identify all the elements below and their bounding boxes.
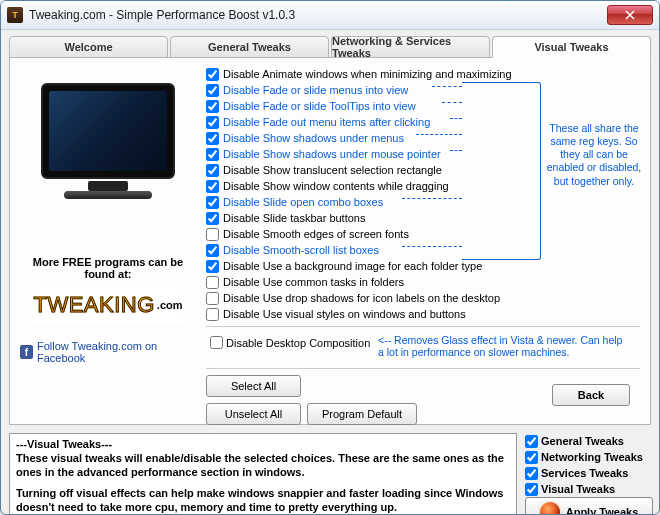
group-note: These all share the same reg keys. So th… <box>546 122 642 188</box>
tweak-label: Disable Use drop shadows for icon labels… <box>223 290 500 306</box>
apply-icon <box>540 502 560 515</box>
app-window: T Tweaking.com - Simple Performance Boos… <box>0 0 660 515</box>
description-box[interactable]: ---Visual Tweaks--- These visual tweaks … <box>9 433 517 515</box>
apply-services-label: Services Tweaks <box>541 467 628 479</box>
composition-checkbox[interactable] <box>210 336 223 349</box>
tweak-row: Disable Use drop shadows for icon labels… <box>206 290 640 306</box>
tweak-row: Disable Use common tasks in folders <box>206 274 640 290</box>
back-button[interactable]: Back <box>552 384 630 406</box>
facebook-text: Follow Tweaking.com on Facebook <box>37 340 196 364</box>
monitor-image <box>28 66 188 216</box>
tweak-label: Disable Animate windows when minimizing … <box>223 66 512 82</box>
window-title: Tweaking.com - Simple Performance Boost … <box>29 8 607 22</box>
tweak-checkbox[interactable] <box>206 196 219 209</box>
tweak-checkbox[interactable] <box>206 100 219 113</box>
tweak-label: Disable Show shadows under menus <box>223 130 404 146</box>
tweak-checkbox[interactable] <box>206 84 219 97</box>
tweak-row: Disable Animate windows when minimizing … <box>206 66 640 82</box>
tweak-list: Disable Animate windows when minimizing … <box>206 66 640 322</box>
apply-general-label: General Tweaks <box>541 435 624 447</box>
bottom-area: ---Visual Tweaks--- These visual tweaks … <box>9 433 651 515</box>
tweak-checkbox[interactable] <box>206 180 219 193</box>
tweak-row: Disable Slide taskbar buttons <box>206 210 640 226</box>
apply-general-checkbox[interactable] <box>525 435 538 448</box>
apply-network-checkbox[interactable] <box>525 451 538 464</box>
tweak-checkbox[interactable] <box>206 68 219 81</box>
tweak-label: Disable Fade or slide menus into view <box>223 82 408 98</box>
tweak-checkbox[interactable] <box>206 228 219 241</box>
tab-network[interactable]: Networking & Services Tweaks <box>331 36 490 58</box>
apply-label: Apply Tweaks <box>566 506 639 515</box>
tweak-label: Disable Show shadows under mouse pointer <box>223 146 441 162</box>
tab-visual[interactable]: Visual Tweaks <box>492 36 651 58</box>
tweak-label: Disable Fade or slide ToolTips into view <box>223 98 416 114</box>
composition-note: <-- Removes Glass effect in Vista & newe… <box>378 334 628 358</box>
tweak-row: Disable Use a background image for each … <box>206 258 640 274</box>
divider <box>206 326 640 327</box>
tweak-label: Disable Use visual styles on windows and… <box>223 306 466 322</box>
tab-welcome[interactable]: Welcome <box>9 36 168 58</box>
tweak-row: Disable Smooth edges of screen fonts <box>206 226 640 242</box>
tweak-row: Disable Fade or slide ToolTips into view <box>206 98 640 114</box>
apply-network-label: Networking Tweaks <box>541 451 643 463</box>
main-panel: More FREE programs can be found at: TWEA… <box>9 57 651 425</box>
bracket-dash <box>442 102 462 103</box>
description-p2: Turning off visual effects can help make… <box>16 487 503 513</box>
tab-row: Welcome General Tweaks Networking & Serv… <box>9 35 651 57</box>
bracket-dash <box>416 134 462 135</box>
tweak-checkbox[interactable] <box>206 116 219 129</box>
select-all-button[interactable]: Select All <box>206 375 301 397</box>
apply-tweaks-button[interactable]: Apply Tweaks <box>525 497 653 515</box>
tweak-label: Disable Slide open combo boxes <box>223 194 383 210</box>
tweak-label: Disable Show translucent selection recta… <box>223 162 442 178</box>
bracket-dash <box>450 150 462 151</box>
tweak-checkbox[interactable] <box>206 292 219 305</box>
apply-visual-checkbox[interactable] <box>525 483 538 496</box>
bracket-dash <box>432 86 462 87</box>
close-icon <box>625 10 635 20</box>
close-button[interactable] <box>607 5 653 25</box>
tweak-checkbox[interactable] <box>206 244 219 257</box>
description-heading: ---Visual Tweaks--- <box>16 438 112 450</box>
tweak-label: Disable Smooth edges of screen fonts <box>223 226 409 242</box>
apply-checks: General Tweaks Networking Tweaks Service… <box>525 433 651 497</box>
unselect-all-button[interactable]: Unselect All <box>206 403 301 425</box>
logo-suffix: .com <box>157 299 183 311</box>
tweak-row: Disable Fade or slide menus into view <box>206 82 640 98</box>
content-area: Welcome General Tweaks Networking & Serv… <box>9 35 651 506</box>
tweaks-column: Disable Animate windows when minimizing … <box>206 66 640 416</box>
bracket-dash <box>450 118 462 119</box>
tweak-label: Disable Fade out menu items after clicki… <box>223 114 430 130</box>
tweaking-logo[interactable]: TWEAKING.com <box>33 286 183 324</box>
tweak-label: Disable Smooth-scroll list boxes <box>223 242 379 258</box>
apply-visual-label: Visual Tweaks <box>541 483 615 495</box>
tweak-label: Disable Slide taskbar buttons <box>223 210 365 226</box>
tweak-checkbox[interactable] <box>206 148 219 161</box>
tweak-label: Disable Show window contents while dragg… <box>223 178 449 194</box>
program-default-button[interactable]: Program Default <box>307 403 417 425</box>
facebook-icon: f <box>20 345 33 359</box>
tweak-row: Disable Use visual styles on windows and… <box>206 306 640 322</box>
tweak-checkbox[interactable] <box>206 308 219 321</box>
tweak-label: Disable Use a background image for each … <box>223 258 482 274</box>
more-free-text: More FREE programs can be found at: <box>20 256 196 280</box>
tweak-row: Disable Slide open combo boxes <box>206 194 640 210</box>
titlebar[interactable]: T Tweaking.com - Simple Performance Boos… <box>1 1 659 30</box>
group-bracket <box>462 82 541 260</box>
app-icon: T <box>7 7 23 23</box>
facebook-link[interactable]: f Follow Tweaking.com on Facebook <box>20 340 196 364</box>
apply-services-checkbox[interactable] <box>525 467 538 480</box>
tweak-checkbox[interactable] <box>206 212 219 225</box>
tweak-checkbox[interactable] <box>206 132 219 145</box>
tweak-checkbox[interactable] <box>206 260 219 273</box>
logo-text: TWEAKING <box>33 292 154 318</box>
tab-general[interactable]: General Tweaks <box>170 36 329 58</box>
composition-label: Disable Desktop Composition <box>226 337 370 349</box>
apply-column: General Tweaks Networking Tweaks Service… <box>525 433 651 515</box>
bracket-dash <box>402 246 462 247</box>
description-p1: These visual tweaks will enable/disable … <box>16 452 504 478</box>
bracket-dash <box>402 198 462 199</box>
divider <box>206 368 640 369</box>
tweak-checkbox[interactable] <box>206 164 219 177</box>
tweak-checkbox[interactable] <box>206 276 219 289</box>
